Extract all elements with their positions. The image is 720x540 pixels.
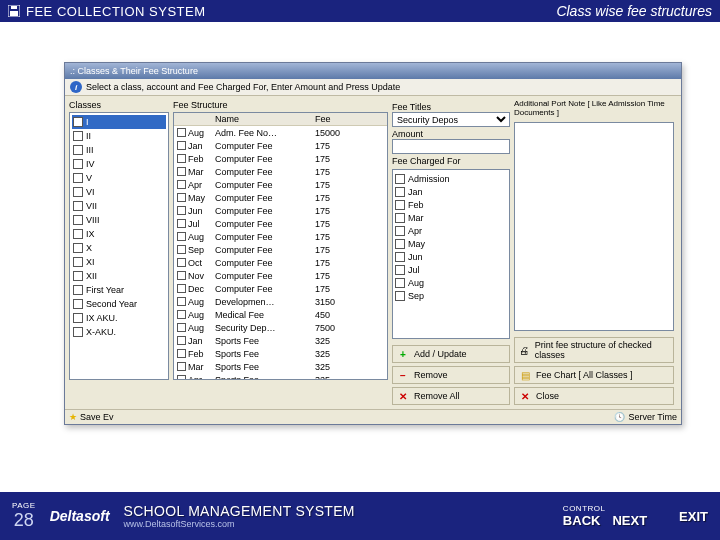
month-row[interactable]: Jun <box>395 250 507 263</box>
next-button[interactable]: NEXT <box>612 513 647 528</box>
checkbox-icon[interactable] <box>395 265 405 275</box>
checkbox-icon[interactable] <box>395 291 405 301</box>
remove-all-button[interactable]: ✕ Remove All <box>392 387 510 405</box>
fee-row[interactable]: JanComputer Fee175 <box>174 139 387 152</box>
month-row[interactable]: Jul <box>395 263 507 276</box>
window-titlebar[interactable]: .: Classes & Their Fee Structure <box>65 63 681 79</box>
checkbox-icon[interactable] <box>73 299 83 309</box>
print-button[interactable]: 🖨 Print fee structure of checked classes <box>514 337 674 363</box>
checkbox-icon[interactable] <box>177 258 186 267</box>
amount-input[interactable] <box>392 139 510 154</box>
fee-row[interactable]: DecComputer Fee175 <box>174 282 387 295</box>
class-row[interactable]: VIII <box>72 213 166 227</box>
checkbox-icon[interactable] <box>73 117 83 127</box>
checkbox-icon[interactable] <box>73 131 83 141</box>
months-listbox[interactable]: AdmissionJanFebMarAprMayJunJulAugSep <box>392 169 510 339</box>
class-row[interactable]: X <box>72 241 166 255</box>
fee-row[interactable]: JulComputer Fee175 <box>174 217 387 230</box>
fee-chart-button[interactable]: ▤ Fee Chart [ All Classes ] <box>514 366 674 384</box>
class-row[interactable]: VI <box>72 185 166 199</box>
month-row[interactable]: Mar <box>395 211 507 224</box>
fee-row[interactable]: JunComputer Fee175 <box>174 204 387 217</box>
checkbox-icon[interactable] <box>395 213 405 223</box>
checkbox-icon[interactable] <box>177 362 186 371</box>
checkbox-icon[interactable] <box>395 226 405 236</box>
checkbox-icon[interactable] <box>73 229 83 239</box>
checkbox-icon[interactable] <box>177 245 186 254</box>
checkbox-icon[interactable] <box>177 271 186 280</box>
fee-row[interactable]: AugAdm. Fee No…15000 <box>174 126 387 139</box>
class-row[interactable]: First Year <box>72 283 166 297</box>
checkbox-icon[interactable] <box>73 159 83 169</box>
checkbox-icon[interactable] <box>73 271 83 281</box>
class-row[interactable]: I <box>72 115 166 129</box>
fee-row[interactable]: MarSports Fee325 <box>174 360 387 373</box>
class-row[interactable]: XII <box>72 269 166 283</box>
fee-row[interactable]: AugMedical Fee450 <box>174 308 387 321</box>
status-save[interactable]: ★ Save Ev <box>69 412 114 422</box>
class-row[interactable]: IX AKU. <box>72 311 166 325</box>
fee-row[interactable]: FebSports Fee325 <box>174 347 387 360</box>
fee-row[interactable]: AugSecurity Dep…7500 <box>174 321 387 334</box>
checkbox-icon[interactable] <box>73 327 83 337</box>
fee-row[interactable]: NovComputer Fee175 <box>174 269 387 282</box>
month-row[interactable]: Feb <box>395 198 507 211</box>
checkbox-icon[interactable] <box>177 284 186 293</box>
month-row[interactable]: Apr <box>395 224 507 237</box>
exit-button[interactable]: EXIT <box>679 509 708 524</box>
checkbox-icon[interactable] <box>73 285 83 295</box>
checkbox-icon[interactable] <box>177 219 186 228</box>
month-row[interactable]: Sep <box>395 289 507 302</box>
month-row[interactable]: Jan <box>395 185 507 198</box>
checkbox-icon[interactable] <box>395 252 405 262</box>
fee-titles-select[interactable]: Security Depos <box>392 112 510 127</box>
class-row[interactable]: VII <box>72 199 166 213</box>
fee-row[interactable]: SepComputer Fee175 <box>174 243 387 256</box>
fee-structure-listbox[interactable]: Name Fee AugAdm. Fee No…15000JanComputer… <box>173 112 388 380</box>
checkbox-icon[interactable] <box>73 187 83 197</box>
month-row[interactable]: Admission <box>395 172 507 185</box>
fee-row[interactable]: MayComputer Fee175 <box>174 191 387 204</box>
checkbox-icon[interactable] <box>177 375 186 380</box>
fee-row[interactable]: AprSports Fee325 <box>174 373 387 380</box>
fee-row[interactable]: AprComputer Fee175 <box>174 178 387 191</box>
class-row[interactable]: V <box>72 171 166 185</box>
checkbox-icon[interactable] <box>177 206 186 215</box>
fee-row[interactable]: MarComputer Fee175 <box>174 165 387 178</box>
checkbox-icon[interactable] <box>73 145 83 155</box>
documents-textbox[interactable] <box>514 122 674 331</box>
class-row[interactable]: III <box>72 143 166 157</box>
fee-row[interactable]: FebComputer Fee175 <box>174 152 387 165</box>
fee-row[interactable]: OctComputer Fee175 <box>174 256 387 269</box>
add-update-button[interactable]: + Add / Update <box>392 345 510 363</box>
class-row[interactable]: II <box>72 129 166 143</box>
month-row[interactable]: May <box>395 237 507 250</box>
checkbox-icon[interactable] <box>73 313 83 323</box>
checkbox-icon[interactable] <box>177 193 186 202</box>
checkbox-icon[interactable] <box>395 239 405 249</box>
checkbox-icon[interactable] <box>395 278 405 288</box>
checkbox-icon[interactable] <box>177 180 186 189</box>
close-button[interactable]: ✕ Close <box>514 387 674 405</box>
back-button[interactable]: BACK <box>563 513 601 528</box>
checkbox-icon[interactable] <box>395 174 405 184</box>
checkbox-icon[interactable] <box>395 200 405 210</box>
checkbox-icon[interactable] <box>177 349 186 358</box>
classes-listbox[interactable]: IIIIIIIVVVIVIIVIIIIXXXIXIIFirst YearSeco… <box>69 112 169 380</box>
class-row[interactable]: X-AKU. <box>72 325 166 339</box>
checkbox-icon[interactable] <box>177 141 186 150</box>
class-row[interactable]: XI <box>72 255 166 269</box>
checkbox-icon[interactable] <box>177 167 186 176</box>
checkbox-icon[interactable] <box>177 232 186 241</box>
checkbox-icon[interactable] <box>177 310 186 319</box>
month-row[interactable]: Aug <box>395 276 507 289</box>
checkbox-icon[interactable] <box>177 297 186 306</box>
remove-button[interactable]: − Remove <box>392 366 510 384</box>
checkbox-icon[interactable] <box>177 128 186 137</box>
checkbox-icon[interactable] <box>177 323 186 332</box>
checkbox-icon[interactable] <box>73 257 83 267</box>
checkbox-icon[interactable] <box>73 173 83 183</box>
checkbox-icon[interactable] <box>177 154 186 163</box>
checkbox-icon[interactable] <box>73 215 83 225</box>
fee-row[interactable]: JanSports Fee325 <box>174 334 387 347</box>
